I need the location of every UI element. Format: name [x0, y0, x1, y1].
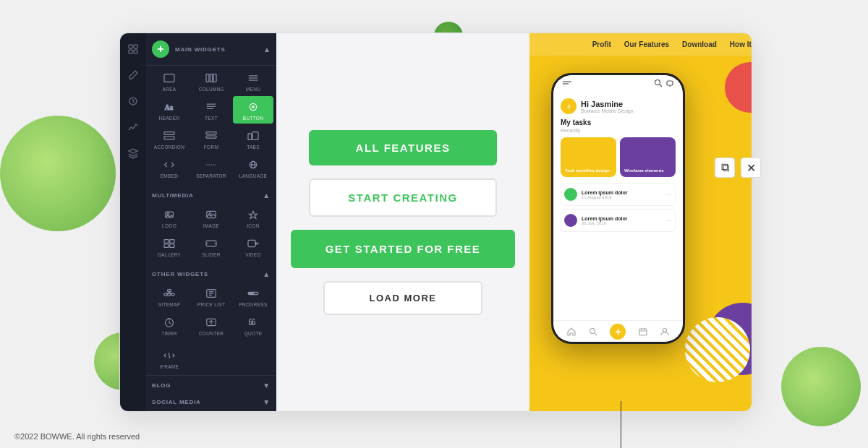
price-list-icon: [203, 287, 219, 300]
social-section-header[interactable]: SOCIAL MEDIA ▼: [146, 392, 276, 409]
widget-sitemap[interactable]: SITEMAP: [149, 283, 190, 310]
blog-section-header[interactable]: BLOG ▼: [146, 375, 276, 392]
progress-icon: [245, 287, 261, 300]
svg-rect-1: [134, 45, 137, 48]
phone-content: J Hi Jasmine Bowwee Mobile Design My tas…: [553, 91, 683, 320]
phone-mockup: J Hi Jasmine Bowwee Mobile Design My tas…: [551, 73, 685, 344]
sub-greeting: Bowwee Mobile Design: [581, 108, 634, 113]
nav-profit[interactable]: Profit: [592, 40, 611, 48]
widget-iframe[interactable]: IFRAME: [149, 345, 190, 372]
strip-icon-stack[interactable]: [126, 146, 140, 160]
svg-rect-20: [164, 137, 174, 139]
svg-point-65: [655, 80, 660, 85]
widget-separator[interactable]: SEPARATOR: [191, 154, 231, 181]
get-started-button[interactable]: GET STARTED FOR FREE: [291, 230, 515, 268]
svg-line-62: [169, 353, 170, 358]
nav-how-it-works[interactable]: How It Works: [730, 40, 752, 48]
widget-video[interactable]: VIDEO: [233, 233, 273, 260]
task-text-1: Lorem ipsum dolor 11 August 2019: [582, 190, 662, 199]
widget-price-list[interactable]: PRICE LIST: [191, 283, 231, 310]
embed-icon: [161, 158, 177, 171]
close-button[interactable]: ✕: [741, 158, 761, 178]
svg-rect-2: [129, 50, 132, 53]
svg-marker-42: [255, 242, 258, 244]
svg-rect-22: [206, 136, 216, 138]
nav-download[interactable]: Download: [682, 40, 717, 48]
add-fab-button[interactable]: +: [610, 324, 626, 340]
strip-icon-chart[interactable]: [126, 120, 140, 134]
multimedia-section-header[interactable]: MULTIMEDIA ▲: [146, 186, 276, 202]
widget-menu[interactable]: MENU: [233, 67, 273, 95]
widget-gallery[interactable]: GALLERY: [149, 233, 190, 260]
svg-point-75: [663, 328, 666, 332]
deco-circle-green-right: [781, 347, 861, 426]
other-widgets-chevron: ▲: [263, 270, 271, 278]
deco-circle-green-large: [0, 116, 116, 231]
start-creating-button[interactable]: START CREATING: [309, 178, 497, 217]
blog-chevron: ▼: [263, 382, 271, 389]
widget-logo[interactable]: LOGO: [149, 204, 190, 231]
task-avatar-1: [564, 188, 577, 201]
task-avatar-2: [564, 214, 577, 227]
task-dots-2: ···: [666, 217, 672, 225]
svg-rect-35: [170, 240, 174, 244]
columns-icon: [203, 72, 219, 85]
main-widgets-label: MAIN WIDGETS: [169, 46, 263, 53]
widget-icon-w[interactable]: ICON: [233, 204, 273, 231]
gallery-icon: [161, 237, 177, 250]
svg-rect-43: [168, 290, 171, 292]
svg-rect-71: [639, 329, 647, 335]
widget-language[interactable]: LANGUAGE: [233, 154, 273, 181]
widget-columns[interactable]: COLUMNS: [191, 67, 231, 95]
widget-area[interactable]: AREA: [149, 67, 190, 95]
svg-rect-6: [206, 74, 209, 82]
counter-icon: [203, 316, 219, 329]
widget-button[interactable]: BUTTON: [233, 96, 273, 124]
strip-icon-pen[interactable]: [126, 94, 140, 108]
tabs-icon: [245, 129, 261, 142]
nav-features[interactable]: Our Features: [624, 40, 669, 48]
widget-counter[interactable]: COUNTER: [191, 311, 231, 339]
svg-rect-19: [164, 132, 174, 135]
svg-rect-21: [206, 132, 216, 134]
all-features-button[interactable]: ALL FEATURES: [309, 130, 497, 165]
other-widgets-section-header[interactable]: OTHER WIDGETS ▲: [146, 264, 276, 281]
widget-progress[interactable]: PROGRESS: [233, 283, 273, 310]
deco-red-circle: [725, 62, 752, 113]
widget-accordion[interactable]: ACCORDION: [149, 125, 190, 152]
editor-controls: ⧉ ✕: [715, 158, 761, 178]
strip-icon-layers[interactable]: [126, 42, 140, 56]
task-text-2: Lorem ipsum dolor 26 July 2019: [582, 216, 662, 225]
sidebar-strip: [120, 33, 146, 411]
svg-rect-23: [248, 134, 252, 140]
menu-icon: [245, 72, 261, 85]
preview-panel: Profit Our Features Download How It Work…: [529, 33, 752, 411]
accordion-icon: [161, 129, 177, 142]
widget-timer[interactable]: TIMER: [149, 311, 190, 339]
svg-rect-67: [667, 81, 673, 85]
widget-text[interactable]: TEXT: [191, 96, 231, 124]
load-more-button[interactable]: LOAD MORE: [323, 281, 482, 315]
home-icon-phone: [566, 327, 576, 337]
svg-rect-54: [248, 292, 255, 294]
collapse-icon[interactable]: ▲: [263, 46, 271, 53]
widget-quote[interactable]: QUOTE: [233, 311, 273, 339]
external-section-header[interactable]: EXTERNAL APPS ▼: [146, 409, 276, 411]
widget-image[interactable]: IMAGE: [191, 204, 231, 231]
widget-header[interactable]: Aa HEADER: [149, 96, 190, 124]
widget-tabs[interactable]: TABS: [233, 125, 273, 152]
phone-bottom-bar: +: [553, 320, 683, 342]
widget-form[interactable]: FORM: [191, 125, 231, 152]
task-cards-row: Task workflow design Wirefame elements: [561, 137, 676, 177]
svg-rect-3: [134, 50, 137, 53]
svg-line-57: [169, 323, 171, 324]
stripe-pattern: [685, 317, 750, 382]
area-icon: [161, 72, 177, 85]
resize-button[interactable]: ⧉: [715, 158, 735, 178]
add-widget-button[interactable]: +: [152, 40, 169, 58]
strip-icon-edit[interactable]: [126, 68, 140, 82]
phone-greeting: J Hi Jasmine Bowwee Mobile Design: [561, 98, 676, 114]
phone-screen: J Hi Jasmine Bowwee Mobile Design My tas…: [553, 75, 683, 342]
widget-embed[interactable]: EMBED: [149, 154, 190, 181]
widget-slider[interactable]: SLIDER: [191, 233, 231, 260]
